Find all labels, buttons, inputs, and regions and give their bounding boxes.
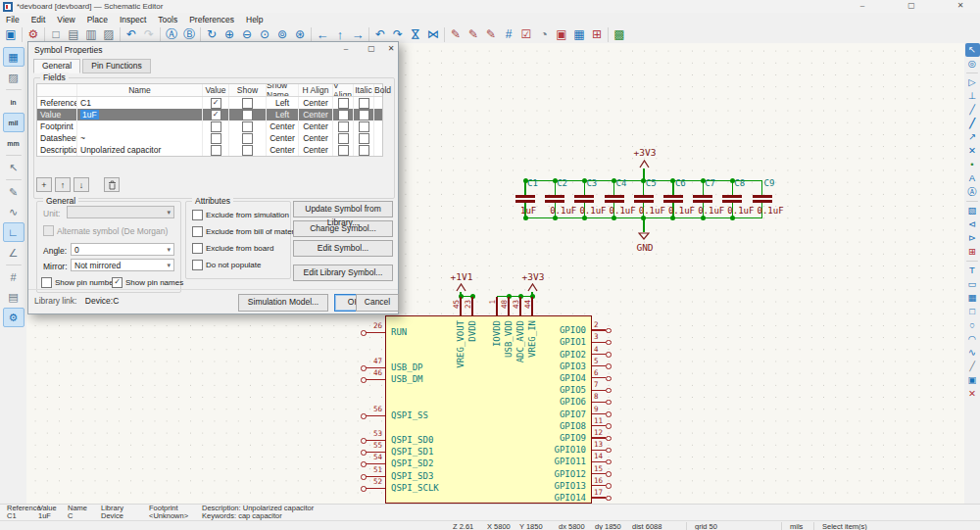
annotate-icon[interactable]: # xyxy=(500,26,517,43)
nav-forward-icon[interactable]: → xyxy=(349,26,367,43)
show-pin-numbers-checkbox[interactable]: Show pin numbers xyxy=(41,277,120,288)
attribute-checkbox[interactable]: Exclude from board xyxy=(192,243,290,254)
checkbox[interactable] xyxy=(211,145,221,156)
nav-back-icon[interactable]: ← xyxy=(314,26,331,43)
field-v-align[interactable]: Center xyxy=(299,109,333,120)
menu-item[interactable]: View xyxy=(51,15,80,24)
zoom-in-icon[interactable]: ⊕ xyxy=(220,26,238,43)
field-italic[interactable] xyxy=(333,109,354,120)
undo-icon[interactable]: ↶ xyxy=(122,26,140,43)
field-h-align[interactable]: Left xyxy=(267,109,299,120)
checkbox[interactable] xyxy=(359,98,369,109)
Value[interactable]: Value 1uF Left Center xyxy=(37,109,382,120)
checkbox[interactable] xyxy=(192,226,203,237)
field-bold[interactable] xyxy=(354,132,374,144)
add-hier-label-icon[interactable]: ⊲ xyxy=(965,217,980,231)
add-power-icon[interactable]: ⊥ xyxy=(965,89,980,103)
field-show[interactable] xyxy=(203,97,229,109)
line-mode-free-icon[interactable]: ∿ xyxy=(4,203,24,220)
add-textbox-icon[interactable]: ▭ xyxy=(965,277,980,291)
add-label-icon[interactable]: A xyxy=(965,171,980,185)
checkbox[interactable] xyxy=(338,145,349,156)
add-bus-icon[interactable]: ╱ xyxy=(965,117,980,130)
edit-symbol-icon[interactable]: ✎ xyxy=(447,26,465,43)
add-global-label-icon[interactable]: ⊳ xyxy=(965,231,980,245)
field-h-align[interactable]: Center xyxy=(267,132,299,144)
cancel-button[interactable]: Cancel xyxy=(356,294,399,312)
checkbox[interactable] xyxy=(112,277,122,288)
add-netclass-icon[interactable]: Ⓐ xyxy=(965,185,980,199)
redo-icon[interactable]: ↷ xyxy=(140,26,158,43)
field-v-align[interactable]: Center xyxy=(299,97,333,109)
import-sheet-pin-icon[interactable]: ⊞ xyxy=(965,245,980,259)
edit-sheet-icon[interactable]: ✎ xyxy=(482,26,500,43)
zoom-fit-icon[interactable]: ⊙ xyxy=(256,26,273,43)
checkbox[interactable] xyxy=(41,277,52,288)
menu-item[interactable]: Preferences xyxy=(183,15,240,24)
find-replace-icon[interactable]: Ⓑ xyxy=(180,26,198,43)
save-icon[interactable]: ▣ xyxy=(2,26,20,43)
zoom-out-icon[interactable]: ⊖ xyxy=(238,26,256,43)
checkbox[interactable] xyxy=(211,98,221,109)
field-value[interactable]: 1uF xyxy=(77,109,203,120)
checkbox[interactable] xyxy=(338,110,349,120)
paste-icon[interactable]: ▨ xyxy=(100,26,118,43)
field-show-name[interactable] xyxy=(229,132,267,144)
menu-item[interactable]: Place xyxy=(81,15,114,24)
add-line-icon[interactable]: ╱ xyxy=(965,360,980,373)
units-mm-icon[interactable]: mm xyxy=(4,134,24,152)
add-table-icon[interactable]: ▦ xyxy=(965,291,980,305)
checkbox[interactable] xyxy=(359,121,369,132)
add-bezier-icon[interactable]: ∿ xyxy=(965,346,980,360)
checkbox[interactable] xyxy=(338,98,349,109)
zoom-objects-icon[interactable]: ⊚ xyxy=(273,26,291,43)
field-h-align[interactable]: Center xyxy=(267,120,299,132)
mirror-h-icon[interactable]: ⋈ xyxy=(424,26,442,43)
rotate-ccw-icon[interactable]: ↶ xyxy=(371,26,389,43)
crosshair-cursor-icon[interactable]: ↖ xyxy=(4,159,24,176)
symbol-action-button[interactable]: Change Symbol... xyxy=(293,220,393,237)
dialog-close-button[interactable]: ✕ xyxy=(383,44,399,53)
checkbox[interactable] xyxy=(242,110,253,120)
field-italic[interactable] xyxy=(333,120,354,132)
units-mils-icon[interactable]: mil xyxy=(3,113,24,132)
field-show[interactable] xyxy=(203,132,229,144)
Reference[interactable]: Reference C1 Left Center xyxy=(37,97,382,109)
line-mode-90-icon[interactable]: ∟ xyxy=(3,222,24,242)
field-bold[interactable] xyxy=(354,144,374,156)
dialog-minimize-button[interactable]: – xyxy=(338,44,354,53)
move-down-button[interactable]: ↓ xyxy=(74,177,89,192)
delete-tool-icon[interactable]: ✕ xyxy=(965,387,980,401)
checkbox[interactable] xyxy=(338,121,349,132)
checkbox[interactable] xyxy=(211,110,221,120)
zoom-selection-icon[interactable]: ⊛ xyxy=(291,26,309,43)
field-italic[interactable] xyxy=(333,97,354,109)
menu-item[interactable]: Help xyxy=(240,15,269,24)
add-circle-icon[interactable]: ○ xyxy=(965,318,980,332)
checkbox[interactable] xyxy=(242,98,253,109)
field-italic[interactable] xyxy=(333,132,354,144)
find-icon[interactable]: Ⓐ xyxy=(163,26,180,43)
add-hier-sheet-icon[interactable]: ▧ xyxy=(965,204,980,217)
properties-panel-icon[interactable]: ⚙ xyxy=(3,308,24,327)
new-sheet-icon[interactable]: □ xyxy=(47,26,65,43)
hidden-pins-icon[interactable]: ✎ xyxy=(4,183,24,201)
minimize-button[interactable]: – xyxy=(850,1,875,10)
attribute-checkbox[interactable]: Do not populate xyxy=(192,260,290,270)
print-icon[interactable]: ▤ xyxy=(65,26,82,43)
add-arc-icon[interactable]: ◠ xyxy=(965,332,980,346)
refresh-icon[interactable]: ↻ xyxy=(203,26,220,43)
maximize-button[interactable]: ▢ xyxy=(899,1,924,10)
hierarchy-navigator-icon[interactable]: ▤ xyxy=(4,288,24,306)
field-show[interactable] xyxy=(203,120,229,132)
highlight-net-icon[interactable]: ◎ xyxy=(965,57,980,71)
dialog-maximize-button[interactable]: ▢ xyxy=(364,44,379,53)
mirror-v-icon[interactable]: ⋈ xyxy=(407,26,424,43)
checkbox[interactable] xyxy=(211,133,221,144)
add-image-icon[interactable]: ▣ xyxy=(965,373,980,387)
delete-field-button[interactable] xyxy=(104,177,120,192)
symbol-action-button[interactable]: Update Symbol from Library... xyxy=(293,201,393,217)
Footprint[interactable]: Footprint Center Center xyxy=(37,120,382,132)
checkbox[interactable] xyxy=(192,260,203,270)
field-value[interactable]: C1 xyxy=(77,97,203,109)
